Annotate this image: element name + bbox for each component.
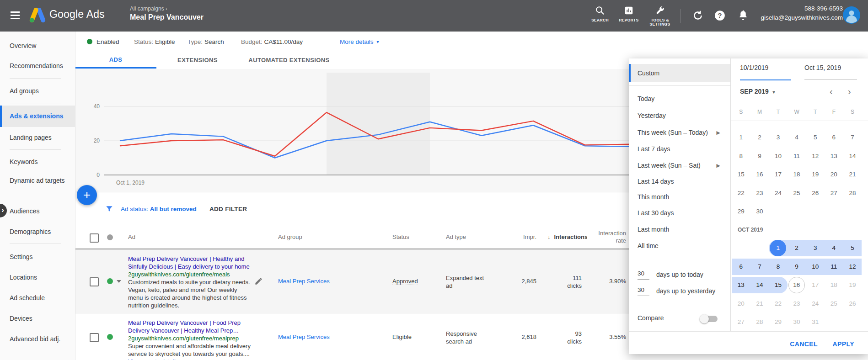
calendar-day-sep-22[interactable]: 22: [732, 185, 750, 201]
days-count-input[interactable]: 30: [638, 286, 649, 296]
sidebar-item-landing-pages[interactable]: Landing pages: [0, 129, 75, 146]
preset-all-time[interactable]: All time: [629, 238, 730, 254]
calendar-day-sep-29[interactable]: 29: [732, 203, 750, 220]
ad-status-filter-chip[interactable]: Ad status: All but removed: [121, 192, 197, 225]
ad-group-link[interactable]: Meal Prep Services: [278, 334, 330, 340]
help-icon[interactable]: ?: [714, 10, 726, 23]
calendar-day-sep-7[interactable]: 7: [843, 129, 862, 146]
calendar-day-oct-5[interactable]: 5: [843, 240, 862, 256]
calendar-day-sep-3[interactable]: 3: [769, 129, 788, 146]
calendar-day-oct-10[interactable]: 10: [806, 259, 825, 275]
month-selector-dropdown[interactable]: SEP 2019 ▾: [740, 88, 775, 95]
calendar-day-sep-5[interactable]: 5: [806, 129, 825, 146]
apply-button[interactable]: APPLY: [833, 340, 854, 348]
cancel-button[interactable]: CANCEL: [790, 340, 818, 348]
calendar-day-oct-16[interactable]: 16: [788, 277, 806, 293]
header-ad[interactable]: Ad: [128, 225, 135, 249]
ad-status-value[interactable]: Eligible: [392, 334, 412, 340]
reports-button[interactable]: REPORTS: [616, 5, 641, 22]
row-checkbox[interactable]: [90, 277, 99, 286]
calendar-day-sep-2[interactable]: 2: [750, 129, 769, 146]
tools-settings-button[interactable]: TOOLS & SETTINGS: [646, 5, 674, 26]
ad-status-caret-icon[interactable]: [117, 280, 121, 283]
header-ad-group[interactable]: Ad group: [278, 225, 302, 249]
calendar-day-oct-7[interactable]: 7: [750, 259, 769, 275]
view-assets-details-link[interactable]: View assets details: [128, 358, 252, 360]
ad-headline-link[interactable]: Meal Prep Delivery Vancouver | Healthy a…: [128, 255, 252, 270]
prev-month-button[interactable]: ‹: [830, 86, 833, 97]
refresh-icon[interactable]: [692, 10, 704, 23]
tab-ads[interactable]: ADS: [75, 52, 156, 69]
end-date-input[interactable]: Oct 15, 2019: [804, 64, 857, 80]
range-start-day[interactable]: 1: [770, 240, 786, 256]
calendar-day-oct-14[interactable]: 14: [750, 277, 769, 293]
add-filter-button[interactable]: ADD FILTER: [209, 192, 247, 225]
calendar-day-sep-15[interactable]: 15: [732, 166, 750, 183]
preset-today[interactable]: Today: [629, 90, 730, 107]
preset-last-week-sun-sat-[interactable]: Last week (Sun – Sat)▶: [629, 157, 730, 174]
select-all-checkbox[interactable]: [90, 233, 99, 243]
calendar-day-sep-8[interactable]: 8: [732, 148, 750, 164]
calendar-day-oct-2[interactable]: 2: [788, 240, 806, 256]
sidebar-item-ad-schedule[interactable]: Ad schedule: [0, 290, 75, 306]
header-interaction-rate[interactable]: Interactionrate: [580, 225, 626, 253]
preset-last-month[interactable]: Last month: [629, 221, 730, 238]
calendar-day-sep-17[interactable]: 17: [769, 166, 788, 183]
calendar-day-sep-18[interactable]: 18: [788, 166, 806, 183]
sidebar-item-dynamic-ad-targets[interactable]: Dynamic ad targets: [0, 173, 75, 198]
days-count-input[interactable]: 30: [638, 270, 649, 280]
calendar-day-oct-9[interactable]: 9: [788, 259, 806, 275]
sidebar-item-recommendations[interactable]: Recommendations: [0, 58, 75, 74]
calendar-day-sep-28[interactable]: 28: [843, 185, 862, 201]
preset-last-14-days[interactable]: Last 14 days: [629, 173, 730, 190]
header-status[interactable]: Status: [392, 225, 409, 249]
sidebar-item-keywords[interactable]: Keywords: [0, 154, 75, 170]
preset-this-month[interactable]: This month: [629, 189, 730, 205]
calendar-day-oct-15[interactable]: 15: [769, 277, 788, 293]
preset-custom[interactable]: Custom: [629, 64, 730, 82]
sidebar-item-ad-groups[interactable]: Ad groups: [0, 83, 75, 99]
sidebar-item-demographics[interactable]: Demographics: [0, 223, 75, 240]
start-date-input[interactable]: 10/1/2019: [740, 64, 791, 80]
sidebar-item-advanced-bid-adj-[interactable]: Advanced bid adj.: [0, 331, 75, 347]
ad-status-value[interactable]: Approved: [392, 278, 418, 285]
calendar-day-oct-8[interactable]: 8: [769, 259, 788, 275]
tab-automated-extensions[interactable]: AUTOMATED EXTENSIONS: [239, 52, 339, 69]
header-impr[interactable]: Impr.: [496, 225, 536, 249]
edit-pencil-icon[interactable]: [254, 277, 263, 287]
sidebar-item-ads-extensions[interactable]: Ads & extensions: [0, 106, 75, 127]
calendar-day-sep-10[interactable]: 10: [769, 148, 788, 164]
calendar-day-sep-30[interactable]: 30: [750, 203, 769, 220]
calendar-day-sep-27[interactable]: 27: [825, 185, 843, 201]
notifications-bell-icon[interactable]: [737, 9, 749, 23]
sidebar-item-overview[interactable]: Overview: [0, 37, 75, 54]
calendar-day-sep-21[interactable]: 21: [843, 166, 862, 183]
calendar-day-oct-6[interactable]: 6: [732, 259, 750, 275]
calendar-day-sep-6[interactable]: 6: [825, 129, 843, 146]
ad-headline-link[interactable]: Meal Prep Delivery Vancouver | Food Prep…: [128, 319, 252, 334]
sidebar-item-devices[interactable]: Devices: [0, 310, 75, 327]
calendar-day-oct-13[interactable]: 13: [732, 277, 750, 293]
calendar-day-sep-20[interactable]: 20: [825, 166, 843, 183]
hamburger-menu-icon[interactable]: [11, 11, 20, 19]
calendar-day-oct-12[interactable]: 12: [843, 259, 862, 275]
calendar-day-sep-14[interactable]: 14: [843, 148, 862, 164]
calendar-day-oct-3[interactable]: 3: [806, 240, 825, 256]
header-ad-type[interactable]: Ad type: [446, 225, 466, 249]
calendar-day-sep-9[interactable]: 9: [750, 148, 769, 164]
add-ad-fab-button[interactable]: +: [77, 185, 97, 205]
preset-last-30-days[interactable]: Last 30 days: [629, 205, 730, 221]
calendar-day-sep-26[interactable]: 26: [806, 185, 825, 201]
campaign-enabled-status[interactable]: Enabled: [87, 32, 119, 52]
avatar[interactable]: [843, 6, 860, 26]
next-month-button[interactable]: ›: [848, 86, 851, 97]
more-details-link[interactable]: More details ▾: [340, 32, 379, 52]
today-outline[interactable]: 16: [788, 277, 805, 293]
preset-this-week-sun-today-[interactable]: This week (Sun – Today)▶: [629, 124, 730, 141]
calendar-day-sep-23[interactable]: 23: [750, 185, 769, 201]
sidebar-item-settings[interactable]: Settings: [0, 249, 75, 265]
tab-extensions[interactable]: EXTENSIONS: [166, 52, 230, 69]
ad-status-dot-icon[interactable]: [107, 334, 113, 340]
sidebar-item-locations[interactable]: Locations: [0, 269, 75, 286]
compare-toggle[interactable]: [701, 316, 718, 322]
